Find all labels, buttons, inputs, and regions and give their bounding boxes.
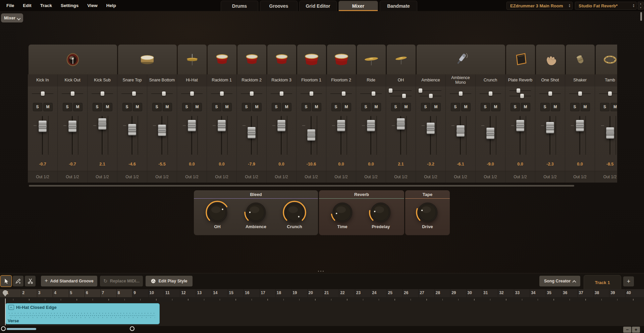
solo-button[interactable]: S [93, 103, 102, 111]
mute-button[interactable]: M [163, 103, 172, 111]
tab-grooves[interactable]: Grooves [260, 1, 298, 11]
timeline-scroll-thumb[interactable] [7, 328, 36, 330]
pan-slider[interactable] [181, 91, 203, 96]
solo-button[interactable]: S [33, 103, 42, 111]
mute-button[interactable]: M [282, 103, 291, 111]
pan-slider[interactable] [151, 91, 173, 96]
output-select[interactable]: Out 1/2 [177, 171, 207, 183]
mute-button[interactable]: M [431, 103, 441, 111]
solo-button[interactable]: S [600, 103, 609, 111]
width-slider[interactable] [509, 88, 531, 93]
add-track-button[interactable]: + [623, 276, 634, 286]
add-standard-groove-button[interactable]: + Add Standard Groove [41, 276, 97, 286]
mute-button[interactable]: M [551, 103, 560, 111]
time-knob[interactable]: Time [327, 200, 358, 229]
volume-fader[interactable] [218, 120, 226, 131]
menu-settings[interactable]: Settings [56, 3, 83, 8]
volume-fader[interactable] [546, 122, 554, 133]
playhead-marker[interactable] [2, 290, 8, 298]
output-select[interactable]: Out 1/2 [476, 171, 505, 183]
library-select[interactable]: EZdrummer 3 Main Room ▴▾ [506, 2, 573, 10]
preset-next-button[interactable]: ▾ [638, 6, 644, 10]
zoom-in-button[interactable]: + [632, 327, 640, 333]
output-select[interactable]: Out 1/2 [565, 171, 595, 183]
output-select[interactable]: Out 1/2 [595, 171, 617, 183]
volume-fader[interactable] [576, 120, 584, 131]
output-select[interactable]: Out 1/2 [267, 171, 296, 183]
pan-slider[interactable] [420, 93, 441, 98]
volume-fader[interactable] [367, 120, 375, 131]
volume-fader[interactable] [457, 125, 465, 137]
loop-end-marker[interactable] [130, 326, 135, 331]
timeline-ruler[interactable]: 1234567891011121314151617181920212223242… [0, 289, 644, 297]
solo-button[interactable]: S [421, 103, 430, 111]
solo-button[interactable]: S [391, 103, 400, 111]
loop-start-marker[interactable] [1, 326, 6, 331]
mute-button[interactable]: M [461, 103, 471, 111]
preset-prev-button[interactable]: ▴ [638, 2, 644, 6]
output-select[interactable]: Out 1/2 [237, 171, 266, 183]
pan-slider[interactable] [480, 91, 501, 96]
output-select[interactable]: Out 1/2 [297, 171, 326, 183]
solo-button[interactable]: S [242, 103, 251, 111]
mute-button[interactable]: M [43, 103, 53, 111]
pan-slider[interactable] [241, 91, 262, 96]
output-select[interactable]: Out 1/2 [505, 171, 535, 183]
ambience-knob[interactable]: Ambience [241, 200, 271, 229]
pan-slider[interactable] [390, 93, 412, 98]
mute-button[interactable]: M [581, 103, 590, 111]
zoom-out-button[interactable]: − [623, 327, 631, 333]
edit-play-style-button[interactable]: Edit Play Style [146, 276, 193, 286]
menu-view[interactable]: View [83, 3, 102, 8]
pan-slider[interactable] [569, 91, 591, 96]
select-tool-button[interactable] [1, 276, 11, 286]
solo-button[interactable]: S [361, 103, 371, 111]
song-creator-button[interactable]: Song Creator [539, 276, 580, 286]
volume-fader[interactable] [39, 121, 47, 132]
solo-button[interactable]: S [540, 103, 550, 111]
volume-fader[interactable] [397, 118, 405, 130]
clip-collapse-button[interactable] [8, 305, 14, 310]
output-select[interactable]: Out 1/2 [28, 171, 57, 183]
drive-knob[interactable]: Drive [413, 200, 443, 229]
oh-knob[interactable]: OH [202, 200, 232, 229]
output-select[interactable]: Out 1/2 [446, 171, 475, 183]
solo-button[interactable]: S [272, 103, 281, 111]
preset-select[interactable]: Studio Fat Reverb* ▴▾ [575, 2, 637, 10]
track-tab[interactable]: Track 1 [584, 275, 621, 290]
tab-bandmate[interactable]: Bandmate [380, 1, 417, 11]
predelay-knob[interactable]: Predelay [366, 200, 396, 229]
menu-edit[interactable]: Edit [18, 3, 36, 8]
volume-fader[interactable] [98, 118, 106, 130]
midi-clip[interactable]: Hi-Hat Closed Edge Verse [5, 303, 160, 324]
menu-file[interactable]: File [2, 3, 18, 8]
solo-button[interactable]: S [182, 103, 192, 111]
mute-button[interactable]: M [312, 103, 321, 111]
mute-button[interactable]: M [372, 103, 381, 111]
volume-fader[interactable] [277, 120, 285, 131]
mute-button[interactable]: M [401, 103, 411, 111]
output-select[interactable]: Out 1/2 [326, 171, 356, 183]
output-select[interactable]: Out 1/2 [58, 171, 87, 183]
output-select[interactable]: Out 1/2 [416, 171, 445, 183]
pan-slider[interactable] [271, 91, 292, 96]
pan-slider[interactable] [509, 93, 531, 98]
mute-button[interactable]: M [252, 103, 262, 111]
output-select[interactable]: Out 1/2 [88, 171, 117, 183]
solo-button[interactable]: S [570, 103, 580, 111]
replace-midi-button[interactable]: ↻ Replace MIDI... [100, 276, 143, 286]
solo-button[interactable]: S [152, 103, 162, 111]
mute-button[interactable]: M [610, 103, 617, 111]
output-select[interactable]: Out 1/2 [207, 171, 236, 183]
mute-button[interactable]: M [103, 103, 112, 111]
volume-fader[interactable] [486, 128, 494, 139]
tab-grid-editor[interactable]: Grid Editor [299, 1, 337, 11]
solo-button[interactable]: S [481, 103, 490, 111]
track-lane[interactable]: Hi-Hat Closed Edge Verse [0, 302, 644, 326]
pan-slider[interactable] [92, 91, 113, 96]
output-select[interactable]: Out 1/2 [356, 171, 386, 183]
pan-slider[interactable] [62, 91, 83, 96]
output-select[interactable]: Out 1/2 [117, 171, 147, 183]
volume-fader[interactable] [606, 127, 614, 139]
mute-button[interactable]: M [222, 103, 232, 111]
